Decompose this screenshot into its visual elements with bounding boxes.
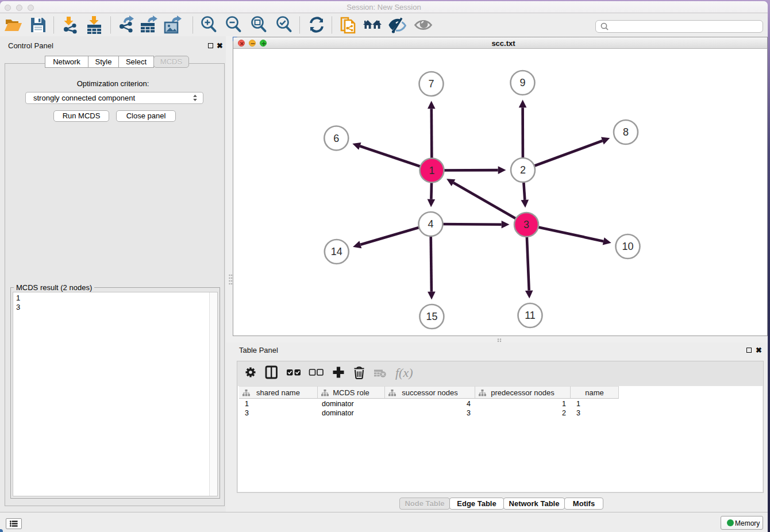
- svg-text:8: 8: [623, 126, 629, 138]
- svg-text:f(x): f(x): [395, 365, 413, 380]
- svg-text:2: 2: [520, 164, 526, 176]
- svg-text:7: 7: [428, 78, 434, 90]
- svg-text:3: 3: [523, 219, 529, 230]
- svg-text:11: 11: [525, 310, 536, 321]
- svg-text:9: 9: [519, 77, 525, 88]
- svg-text:4: 4: [428, 218, 433, 230]
- svg-text:15: 15: [426, 311, 437, 322]
- svg-text:14: 14: [331, 246, 342, 257]
- svg-text:10: 10: [622, 241, 633, 252]
- svg-text:1: 1: [429, 165, 434, 176]
- svg-text:6: 6: [333, 133, 339, 144]
